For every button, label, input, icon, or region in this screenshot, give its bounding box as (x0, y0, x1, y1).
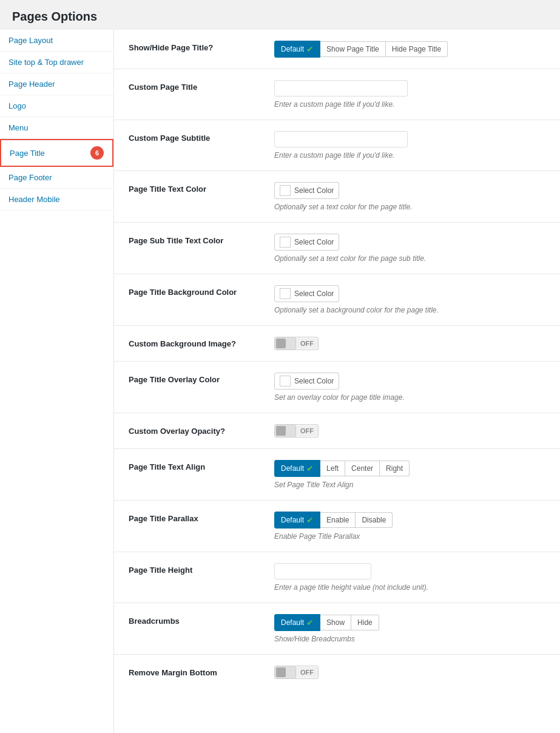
sidebar-item-page-header[interactable]: Page Header (0, 73, 113, 95)
select-color-btn-subtitle-text[interactable]: Select Color (274, 234, 339, 251)
control-page-title-text-align: Default ✔ Left Center Right Set Page Tit… (274, 460, 545, 489)
select-color-label-subtitle-text: Select Color (294, 238, 334, 246)
toggle-overlay-opacity[interactable]: OFF (274, 424, 319, 437)
hide-page-title-btn[interactable]: Hide Page Title (386, 41, 448, 57)
btn-group-show-hide: Default ✔ Show Page Title Hide Page Titl… (274, 41, 545, 58)
sidebar-item-page-footer[interactable]: Page Footer (0, 167, 113, 189)
control-page-title-bg-color: Select Color Optionally set a background… (274, 285, 545, 314)
row-custom-bg-image: Custom Background Image? OFF (114, 326, 560, 362)
sidebar-item-page-title[interactable]: Page Title6 (0, 139, 113, 167)
sidebar-item-label: Page Title (10, 149, 45, 158)
hint-text-align: Set Page Title Text Align (274, 481, 545, 489)
label-custom-page-subtitle: Custom Page Subtitle (129, 131, 274, 143)
default-btn-show-hide[interactable]: Default ✔ (274, 41, 320, 58)
hide-breadcrumbs-btn[interactable]: Hide (351, 615, 379, 630)
row-remove-margin-bottom: Remove Margin Bottom OFF (114, 655, 560, 690)
default-btn-parallax[interactable]: Default ✔ (274, 512, 320, 529)
show-breadcrumbs-btn[interactable]: Show (320, 615, 351, 630)
sidebar-item-label: Page Header (8, 79, 55, 89)
color-swatch-title-bg (280, 288, 291, 299)
row-show-hide-page-title: Show/Hide Page Title? Default ✔ Show Pag… (114, 30, 560, 69)
toggle-label-custom-bg: OFF (295, 338, 318, 349)
default-btn-text-align[interactable]: Default ✔ (274, 460, 320, 477)
label-page-title-bg-color: Page Title Background Color (129, 285, 274, 297)
sidebar-item-label: Site top & Top drawer (8, 58, 84, 67)
row-breadcrumbs: Breadcrumbs Default ✔ Show Hide Show/Hid… (114, 603, 560, 655)
align-left-btn[interactable]: Left (320, 461, 345, 476)
sidebar-item-label: Page Footer (8, 173, 52, 182)
row-page-title-overlay-color: Page Title Overlay Color Select Color Se… (114, 362, 560, 413)
toggle-label-overlay-opacity: OFF (295, 425, 318, 436)
control-page-title-height: Enter a page title height value (not inc… (274, 563, 545, 592)
toggle-remove-margin[interactable]: OFF (274, 666, 319, 679)
main-content: Page LayoutSite top & Top drawerPage Hea… (0, 30, 560, 733)
label-show-hide-page-title: Show/Hide Page Title? (129, 41, 274, 52)
check-icon-breadcrumbs: ✔ (306, 618, 314, 627)
toggle-label-remove-margin: OFF (295, 667, 318, 678)
row-custom-page-subtitle: Custom Page Subtitle Enter a custom page… (114, 120, 560, 171)
toggle-track (275, 337, 295, 350)
custom-page-subtitle-input[interactable] (274, 131, 408, 147)
row-page-title-height: Page Title Height Enter a page title hei… (114, 552, 560, 603)
label-page-title-text-align: Page Title Text Align (129, 460, 274, 471)
toggle-wrap-custom-bg: OFF (274, 337, 545, 350)
color-swatch-overlay (280, 376, 291, 387)
control-page-title-parallax: Default ✔ Enable Disable Enable Page Tit… (274, 512, 545, 541)
custom-page-title-input[interactable] (274, 80, 408, 96)
select-color-label-title-text: Select Color (294, 186, 334, 195)
default-btn-breadcrumbs[interactable]: Default ✔ (274, 614, 320, 631)
disable-parallax-btn[interactable]: Disable (356, 512, 393, 528)
align-center-btn[interactable]: Center (345, 461, 380, 476)
sidebar-item-menu[interactable]: Menu (0, 117, 113, 139)
toggle-thumb-remove-margin (276, 667, 286, 677)
row-page-subtitle-text-color: Page Sub Title Text Color Select Color O… (114, 223, 560, 274)
row-page-title-bg-color: Page Title Background Color Select Color… (114, 274, 560, 326)
default-label-breadcrumbs: Default (281, 618, 304, 627)
show-page-title-btn[interactable]: Show Page Title (320, 41, 386, 57)
control-page-title-overlay-color: Select Color Set an overlay color for pa… (274, 373, 545, 402)
sidebar-item-logo[interactable]: Logo (0, 95, 113, 117)
color-swatch-title-text (280, 185, 291, 196)
sidebar-item-header-mobile[interactable]: Header Mobile (0, 189, 113, 211)
toggle-custom-bg[interactable]: OFF (274, 337, 319, 350)
hint-page-title-bg-color: Optionally set a background color for th… (274, 306, 545, 314)
color-swatch-subtitle-text (280, 237, 291, 248)
label-page-title-text-color: Page Title Text Color (129, 182, 274, 194)
check-icon-parallax: ✔ (306, 515, 314, 525)
row-page-title-parallax: Page Title Parallax Default ✔ Enable Dis… (114, 501, 560, 552)
control-custom-overlay-opacity: OFF (274, 424, 545, 437)
app-wrapper: Pages Options Page LayoutSite top & Top … (0, 0, 560, 733)
control-custom-bg-image: OFF (274, 337, 545, 350)
toggle-track-remove-margin (275, 666, 295, 678)
sidebar-item-site-top-top-drawer[interactable]: Site top & Top drawer (0, 52, 113, 73)
toggle-wrap-remove-margin: OFF (274, 666, 545, 679)
sidebar-item-page-layout[interactable]: Page Layout (0, 30, 113, 52)
control-remove-margin-bottom: OFF (274, 666, 545, 679)
row-page-title-text-align: Page Title Text Align Default ✔ Left Cen… (114, 449, 560, 501)
control-page-subtitle-text-color: Select Color Optionally set a text color… (274, 234, 545, 263)
btn-group-breadcrumbs: Default ✔ Show Hide (274, 614, 545, 631)
align-right-btn[interactable]: Right (380, 461, 410, 476)
enable-parallax-btn[interactable]: Enable (320, 512, 356, 528)
toggle-thumb (276, 339, 286, 348)
page-title-height-input[interactable] (274, 563, 371, 579)
sidebar-item-label: Logo (8, 101, 26, 110)
label-remove-margin-bottom: Remove Margin Bottom (129, 666, 274, 677)
hint-custom-page-title: Enter a custom page title if you'd like. (274, 100, 545, 109)
select-color-btn-title-bg[interactable]: Select Color (274, 285, 339, 302)
select-color-btn-title-text[interactable]: Select Color (274, 182, 339, 199)
select-color-btn-overlay[interactable]: Select Color (274, 373, 339, 390)
hint-parallax: Enable Page Title Parallax (274, 532, 545, 541)
toggle-track-opacity (275, 425, 295, 437)
control-breadcrumbs: Default ✔ Show Hide Show/Hide Breadcrumb… (274, 614, 545, 643)
toggle-thumb-opacity (276, 426, 286, 436)
label-page-title-parallax: Page Title Parallax (129, 512, 274, 523)
hint-page-title-height: Enter a page title height value (not inc… (274, 583, 545, 592)
label-page-title-height: Page Title Height (129, 563, 274, 575)
label-breadcrumbs: Breadcrumbs (129, 614, 274, 626)
select-color-label-title-bg: Select Color (294, 289, 334, 298)
sidebar-item-label: Header Mobile (8, 195, 60, 204)
label-custom-page-title: Custom Page Title (129, 80, 274, 92)
hint-custom-page-subtitle: Enter a custom page title if you'd like. (274, 151, 545, 160)
label-custom-overlay-opacity: Custom Overlay Opacity? (129, 424, 274, 436)
